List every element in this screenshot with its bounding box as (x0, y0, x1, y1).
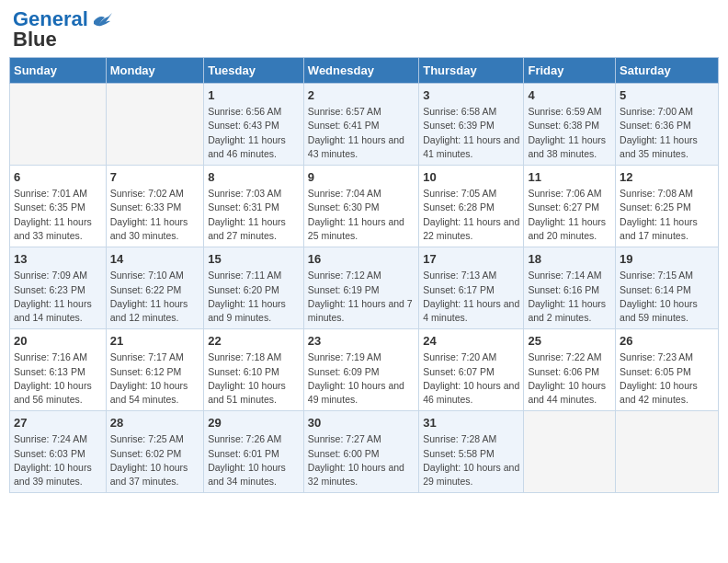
day-number: 9 (308, 169, 415, 186)
day-info: Sunrise: 7:14 AM Sunset: 6:16 PM Dayligh… (528, 269, 611, 325)
day-number: 2 (308, 87, 415, 104)
calendar-cell: 28Sunrise: 7:25 AM Sunset: 6:02 PM Dayli… (106, 411, 203, 493)
day-info: Sunrise: 7:00 AM Sunset: 6:36 PM Dayligh… (620, 105, 714, 161)
weekday-header-friday: Friday (524, 58, 616, 84)
day-info: Sunrise: 6:56 AM Sunset: 6:43 PM Dayligh… (208, 105, 300, 161)
weekday-header-thursday: Thursday (419, 58, 524, 84)
calendar-cell: 25Sunrise: 7:22 AM Sunset: 6:06 PM Dayli… (524, 329, 616, 411)
calendar-cell: 19Sunrise: 7:15 AM Sunset: 6:14 PM Dayli… (616, 247, 719, 329)
day-info: Sunrise: 7:04 AM Sunset: 6:30 PM Dayligh… (308, 187, 415, 243)
calendar-cell: 1Sunrise: 6:56 AM Sunset: 6:43 PM Daylig… (204, 84, 304, 166)
calendar-cell: 12Sunrise: 7:08 AM Sunset: 6:25 PM Dayli… (616, 166, 719, 247)
calendar-cell: 13Sunrise: 7:09 AM Sunset: 6:23 PM Dayli… (10, 247, 107, 329)
day-number: 31 (423, 415, 519, 431)
day-info: Sunrise: 7:23 AM Sunset: 6:05 PM Dayligh… (620, 350, 714, 407)
day-number: 29 (208, 415, 300, 431)
calendar-week-row: 1Sunrise: 6:56 AM Sunset: 6:43 PM Daylig… (10, 84, 719, 166)
day-number: 25 (528, 333, 611, 350)
calendar-week-row: 6Sunrise: 7:01 AM Sunset: 6:35 PM Daylig… (10, 166, 719, 247)
calendar-week-row: 27Sunrise: 7:24 AM Sunset: 6:03 PM Dayli… (10, 411, 719, 493)
day-info: Sunrise: 6:58 AM Sunset: 6:39 PM Dayligh… (423, 105, 519, 161)
day-info: Sunrise: 7:13 AM Sunset: 6:17 PM Dayligh… (423, 269, 519, 325)
day-info: Sunrise: 7:26 AM Sunset: 6:01 PM Dayligh… (208, 432, 300, 488)
day-number: 15 (208, 251, 300, 268)
calendar-cell (10, 84, 107, 166)
calendar-cell: 6Sunrise: 7:01 AM Sunset: 6:35 PM Daylig… (10, 166, 107, 247)
calendar-week-row: 20Sunrise: 7:16 AM Sunset: 6:13 PM Dayli… (10, 329, 719, 411)
day-number: 21 (110, 333, 199, 350)
day-number: 17 (423, 251, 519, 268)
day-info: Sunrise: 7:12 AM Sunset: 6:19 PM Dayligh… (308, 269, 415, 325)
day-number: 30 (308, 415, 415, 431)
calendar-cell: 26Sunrise: 7:23 AM Sunset: 6:05 PM Dayli… (616, 329, 719, 411)
day-info: Sunrise: 7:03 AM Sunset: 6:31 PM Dayligh… (208, 187, 300, 243)
day-number: 19 (620, 251, 714, 268)
day-number: 5 (620, 87, 714, 104)
day-number: 27 (14, 415, 102, 431)
calendar-cell: 22Sunrise: 7:18 AM Sunset: 6:10 PM Dayli… (204, 329, 304, 411)
logo-text: GeneralBlue (13, 9, 88, 50)
calendar-cell: 27Sunrise: 7:24 AM Sunset: 6:03 PM Dayli… (10, 411, 107, 493)
calendar-table: SundayMondayTuesdayWednesdayThursdayFrid… (9, 57, 719, 493)
day-info: Sunrise: 7:24 AM Sunset: 6:03 PM Dayligh… (14, 432, 102, 488)
day-info: Sunrise: 7:05 AM Sunset: 6:28 PM Dayligh… (423, 187, 519, 243)
logo: GeneralBlue (13, 9, 112, 50)
day-info: Sunrise: 7:20 AM Sunset: 6:07 PM Dayligh… (423, 350, 519, 407)
day-info: Sunrise: 7:15 AM Sunset: 6:14 PM Dayligh… (620, 269, 714, 325)
calendar-cell: 16Sunrise: 7:12 AM Sunset: 6:19 PM Dayli… (303, 247, 418, 329)
calendar-week-row: 13Sunrise: 7:09 AM Sunset: 6:23 PM Dayli… (10, 247, 719, 329)
calendar-cell: 20Sunrise: 7:16 AM Sunset: 6:13 PM Dayli… (10, 329, 107, 411)
calendar-cell: 18Sunrise: 7:14 AM Sunset: 6:16 PM Dayli… (524, 247, 616, 329)
day-info: Sunrise: 7:28 AM Sunset: 5:58 PM Dayligh… (423, 432, 519, 488)
calendar-cell (106, 84, 203, 166)
day-number: 22 (208, 333, 300, 350)
day-info: Sunrise: 6:59 AM Sunset: 6:38 PM Dayligh… (528, 105, 611, 161)
day-info: Sunrise: 7:19 AM Sunset: 6:09 PM Dayligh… (308, 350, 415, 407)
calendar-cell (524, 411, 616, 493)
calendar-cell: 3Sunrise: 6:58 AM Sunset: 6:39 PM Daylig… (419, 84, 524, 166)
day-info: Sunrise: 7:06 AM Sunset: 6:27 PM Dayligh… (528, 187, 611, 243)
day-number: 24 (423, 333, 519, 350)
day-info: Sunrise: 6:57 AM Sunset: 6:41 PM Dayligh… (308, 105, 415, 161)
day-number: 28 (110, 415, 199, 431)
calendar-cell: 29Sunrise: 7:26 AM Sunset: 6:01 PM Dayli… (204, 411, 304, 493)
calendar-cell: 14Sunrise: 7:10 AM Sunset: 6:22 PM Dayli… (106, 247, 203, 329)
day-info: Sunrise: 7:02 AM Sunset: 6:33 PM Dayligh… (110, 187, 199, 243)
day-number: 4 (528, 87, 611, 104)
day-number: 18 (528, 251, 611, 268)
day-number: 20 (14, 333, 102, 350)
day-number: 11 (528, 169, 611, 186)
day-number: 23 (308, 333, 415, 350)
day-info: Sunrise: 7:09 AM Sunset: 6:23 PM Dayligh… (14, 269, 102, 325)
day-info: Sunrise: 7:01 AM Sunset: 6:35 PM Dayligh… (14, 187, 102, 243)
day-number: 26 (620, 333, 714, 350)
day-info: Sunrise: 7:25 AM Sunset: 6:02 PM Dayligh… (110, 432, 199, 488)
day-number: 10 (423, 169, 519, 186)
weekday-header-monday: Monday (106, 58, 203, 84)
calendar-cell: 9Sunrise: 7:04 AM Sunset: 6:30 PM Daylig… (303, 166, 418, 247)
calendar-cell: 17Sunrise: 7:13 AM Sunset: 6:17 PM Dayli… (419, 247, 524, 329)
day-number: 7 (110, 169, 199, 186)
day-number: 16 (308, 251, 415, 268)
day-info: Sunrise: 7:11 AM Sunset: 6:20 PM Dayligh… (208, 269, 300, 325)
calendar-cell: 15Sunrise: 7:11 AM Sunset: 6:20 PM Dayli… (204, 247, 304, 329)
calendar-cell: 24Sunrise: 7:20 AM Sunset: 6:07 PM Dayli… (419, 329, 524, 411)
day-number: 1 (208, 87, 300, 104)
weekday-header-tuesday: Tuesday (204, 58, 304, 84)
logo-bird-icon (92, 13, 112, 29)
calendar-cell: 7Sunrise: 7:02 AM Sunset: 6:33 PM Daylig… (106, 166, 203, 247)
calendar-cell: 21Sunrise: 7:17 AM Sunset: 6:12 PM Dayli… (106, 329, 203, 411)
calendar-cell: 4Sunrise: 6:59 AM Sunset: 6:38 PM Daylig… (524, 84, 616, 166)
day-number: 13 (14, 251, 102, 268)
calendar-cell: 10Sunrise: 7:05 AM Sunset: 6:28 PM Dayli… (419, 166, 524, 247)
day-info: Sunrise: 7:27 AM Sunset: 6:00 PM Dayligh… (308, 432, 415, 488)
calendar-cell (616, 411, 719, 493)
day-info: Sunrise: 7:08 AM Sunset: 6:25 PM Dayligh… (620, 187, 714, 243)
weekday-header-row: SundayMondayTuesdayWednesdayThursdayFrid… (10, 58, 719, 84)
day-number: 3 (423, 87, 519, 104)
weekday-header-sunday: Sunday (10, 58, 107, 84)
day-info: Sunrise: 7:10 AM Sunset: 6:22 PM Dayligh… (110, 269, 199, 325)
calendar-cell: 5Sunrise: 7:00 AM Sunset: 6:36 PM Daylig… (616, 84, 719, 166)
day-info: Sunrise: 7:18 AM Sunset: 6:10 PM Dayligh… (208, 350, 300, 407)
page-header: GeneralBlue (9, 9, 719, 50)
